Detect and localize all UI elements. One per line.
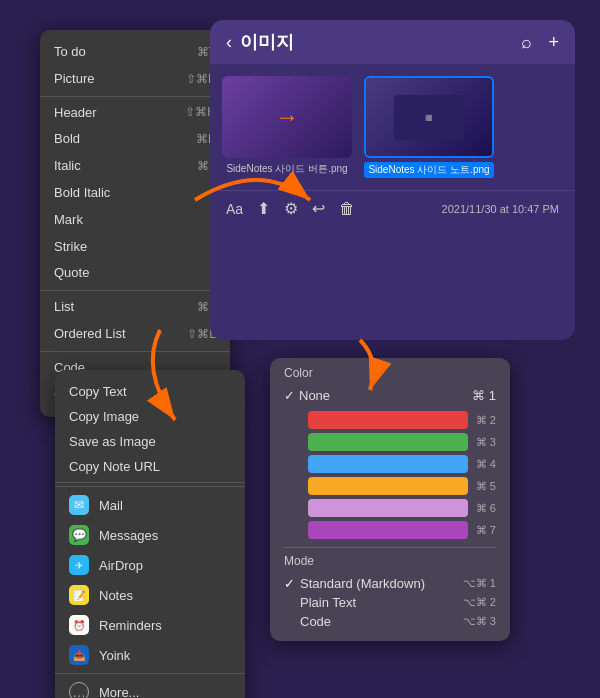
menu-item-bold-italic[interactable]: Bold Italic (40, 180, 230, 207)
note-title-left: ‹ 이미지 (226, 30, 294, 54)
topleft-context-menu: To do ⌘T Picture ⇧⌘P Header ⇧⌘H Bold ⌘B … (40, 30, 230, 417)
menu-item-italic[interactable]: Italic ⌘ I (40, 153, 230, 180)
menu-item-bold[interactable]: Bold ⌘B (40, 126, 230, 153)
menu-group-2: Header ⇧⌘H Bold ⌘B Italic ⌘ I Bold Itali… (40, 97, 230, 292)
messages-icon: 💬 (69, 525, 89, 545)
search-icon[interactable]: ⌕ (521, 32, 532, 53)
arrow-decoration: → (275, 103, 299, 131)
mode-section-label: Mode (284, 554, 496, 568)
share-group-text: Copy Text Copy Image Save as Image Copy … (55, 376, 245, 483)
color-none-label: None (299, 388, 472, 403)
menu-item-quote[interactable]: Quote (40, 260, 230, 287)
share-mail[interactable]: ✉ Mail (55, 490, 245, 520)
mode-plain[interactable]: Plain Text ⌥⌘ 2 (284, 593, 496, 612)
toolbar-icons: Aa ⬆ ⚙ ↩ 🗑 (226, 199, 355, 218)
menu-item-strike[interactable]: Strike (40, 234, 230, 261)
share-save-image[interactable]: Save as Image (55, 429, 245, 454)
share-yoink[interactable]: 📥 Yoink (55, 640, 245, 670)
none-check: ✓ (284, 388, 295, 403)
reminders-icon: ⏰ (69, 615, 89, 635)
note-toolbar: Aa ⬆ ⚙ ↩ 🗑 2021/11/30 at 10:47 PM (210, 190, 575, 226)
mail-icon: ✉ (69, 495, 89, 515)
share-more[interactable]: … More... (55, 677, 245, 698)
share-reminders[interactable]: ⏰ Reminders (55, 610, 245, 640)
share-copy-text[interactable]: Copy Text (55, 379, 245, 404)
airdrop-icon: ✈ (69, 555, 89, 575)
none-shortcut: ⌘ 1 (472, 388, 496, 403)
image-label-2: SideNotes 사이드 노트.png (364, 162, 493, 178)
color-section-label: Color (284, 366, 496, 380)
image-label-1: SideNotes 사이드 버튼.png (226, 162, 347, 176)
color-item-red[interactable]: ⌘ 2 (284, 409, 496, 431)
color-swatch-blue (308, 455, 468, 473)
color-item-lavender[interactable]: ⌘ 6 (284, 497, 496, 519)
share-notes[interactable]: 📝 Notes (55, 580, 245, 610)
color-none-row[interactable]: ✓ None ⌘ 1 (284, 386, 496, 405)
undo-icon[interactable]: ↩ (312, 199, 325, 218)
share-airdrop[interactable]: ✈ AirDrop (55, 550, 245, 580)
note-title-right: ⌕ + (521, 32, 559, 53)
color-item-yellow[interactable]: ⌘ 5 (284, 475, 496, 497)
add-icon[interactable]: + (548, 32, 559, 53)
menu-item-header[interactable]: Header ⇧⌘H (40, 100, 230, 127)
share-copy-url[interactable]: Copy Note URL (55, 454, 245, 479)
share-messages[interactable]: 💬 Messages (55, 520, 245, 550)
yoink-icon: 📥 (69, 645, 89, 665)
mode-code[interactable]: Code ⌥⌘ 3 (284, 612, 496, 631)
color-swatch-green (308, 433, 468, 451)
menu-group-1: To do ⌘T Picture ⇧⌘P (40, 36, 230, 97)
note-content: → SideNotes 사이드 버튼.png ▦ SideNotes 사이드 노… (210, 64, 575, 190)
color-swatch-lavender (308, 499, 468, 517)
color-swatch-purple (308, 521, 468, 539)
share-icon[interactable]: ⬆ (257, 199, 270, 218)
share-divider (55, 486, 245, 487)
menu-group-3: List ⌘L Ordered List ⇧⌘L (40, 291, 230, 352)
mode-standard[interactable]: ✓ Standard (Markdown) ⌥⌘ 1 (284, 574, 496, 593)
image-card-2: ▦ SideNotes 사이드 노트.png (364, 76, 494, 178)
menu-item-ordered-list[interactable]: Ordered List ⇧⌘L (40, 321, 230, 348)
image-bg-2: ▦ (366, 78, 492, 156)
color-item-purple[interactable]: ⌘ 7 (284, 519, 496, 541)
share-menu: Copy Text Copy Image Save as Image Copy … (55, 370, 245, 698)
more-icon: … (69, 682, 89, 698)
panel-divider (284, 547, 496, 548)
trash-icon[interactable]: 🗑 (339, 200, 355, 218)
image-bg-1: → (222, 76, 352, 158)
note-window: ‹ 이미지 ⌕ + → SideNotes 사이드 버튼.png ▦ (210, 20, 575, 340)
image-thumbnail-1[interactable]: → (222, 76, 352, 158)
color-swatch-red (308, 411, 468, 429)
menu-item-picture[interactable]: Picture ⇧⌘P (40, 66, 230, 93)
share-divider-2 (55, 673, 245, 674)
color-swatch-yellow (308, 477, 468, 495)
share-copy-image[interactable]: Copy Image (55, 404, 245, 429)
notes-icon: 📝 (69, 585, 89, 605)
color-mode-panel: Color ✓ None ⌘ 1 ⌘ 2 ⌘ 3 ⌘ 4 ⌘ 5 ⌘ 6 ⌘ 7… (270, 358, 510, 641)
menu-item-todo[interactable]: To do ⌘T (40, 39, 230, 66)
color-item-blue[interactable]: ⌘ 4 (284, 453, 496, 475)
image-card-1: → SideNotes 사이드 버튼.png (222, 76, 352, 178)
back-button[interactable]: ‹ (226, 32, 232, 53)
settings-icon[interactable]: ⚙ (284, 199, 298, 218)
image-thumbnail-2[interactable]: ▦ (364, 76, 494, 158)
note-titlebar: ‹ 이미지 ⌕ + (210, 20, 575, 64)
font-icon[interactable]: Aa (226, 201, 243, 217)
note-title: 이미지 (240, 30, 294, 54)
menu-item-mark[interactable]: Mark (40, 207, 230, 234)
color-item-green[interactable]: ⌘ 3 (284, 431, 496, 453)
menu-item-list[interactable]: List ⌘L (40, 294, 230, 321)
timestamp: 2021/11/30 at 10:47 PM (442, 203, 559, 215)
